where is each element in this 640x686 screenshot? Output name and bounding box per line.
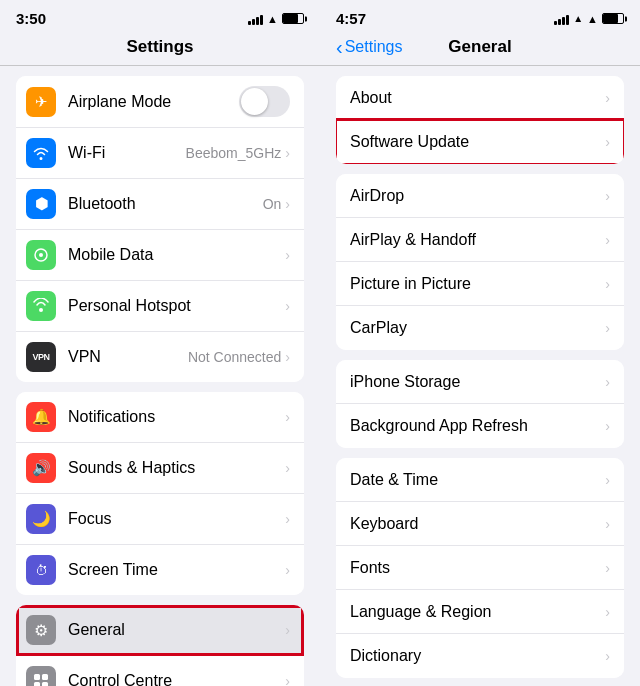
back-button[interactable]: ‹ Settings: [336, 37, 402, 57]
airplane-icon: ✈: [26, 87, 56, 117]
sounds-chevron: ›: [285, 460, 290, 476]
left-time: 3:50: [16, 10, 46, 27]
wifi-status-icon: ▲: [267, 13, 278, 25]
left-phone-panel: 3:50 ▲ Settings ✈ Airplane Mode: [0, 0, 320, 686]
svg-rect-5: [42, 682, 48, 686]
wifi-row[interactable]: Wi-Fi Beebom_5GHz ›: [16, 128, 304, 179]
hotspot-label: Personal Hotspot: [68, 297, 285, 315]
notifications-icon: 🔔: [26, 402, 56, 432]
right-status-bar: 4:57 ▲ ▲: [320, 0, 640, 33]
left-status-icons: ▲: [248, 13, 304, 25]
controlcentre-label: Control Centre: [68, 672, 285, 686]
software-update-chevron: ›: [605, 134, 610, 150]
carplay-chevron: ›: [605, 320, 610, 336]
location-icon: ▲: [573, 13, 583, 24]
language-chevron: ›: [605, 604, 610, 620]
battery-icon: [282, 13, 304, 24]
right-wifi-icon: ▲: [587, 13, 598, 25]
right-battery-icon: [602, 13, 624, 24]
dictionary-label: Dictionary: [350, 647, 605, 665]
general-row[interactable]: ⚙ General ›: [16, 605, 304, 656]
keyboard-chevron: ›: [605, 516, 610, 532]
controlcentre-row[interactable]: Control Centre ›: [16, 656, 304, 686]
fonts-row[interactable]: Fonts ›: [336, 546, 624, 590]
controlcentre-icon: [26, 666, 56, 686]
iphone-storage-row[interactable]: iPhone Storage ›: [336, 360, 624, 404]
airdrop-row[interactable]: AirDrop ›: [336, 174, 624, 218]
info-group: About › Software Update ›: [336, 76, 624, 164]
storage-group: iPhone Storage › Background App Refresh …: [336, 360, 624, 448]
personal-hotspot-row[interactable]: Personal Hotspot ›: [16, 281, 304, 332]
settings-list[interactable]: ✈ Airplane Mode Wi-Fi Beebom_5GHz ›: [0, 66, 320, 686]
general-list[interactable]: About › Software Update › AirDrop › AirP…: [320, 66, 640, 686]
vpn-row[interactable]: VPN VPN Not Connected ›: [16, 332, 304, 382]
airplane-toggle[interactable]: [239, 86, 290, 117]
mobile-data-label: Mobile Data: [68, 246, 285, 264]
carplay-row[interactable]: CarPlay ›: [336, 306, 624, 350]
hotspot-chevron: ›: [285, 298, 290, 314]
bluetooth-row[interactable]: ⬢ Bluetooth On ›: [16, 179, 304, 230]
software-update-label: Software Update: [350, 133, 605, 151]
connectivity-group: ✈ Airplane Mode Wi-Fi Beebom_5GHz ›: [16, 76, 304, 382]
airdrop-label: AirDrop: [350, 187, 605, 205]
airplay-label: AirPlay & Handoff: [350, 231, 605, 249]
screentime-chevron: ›: [285, 562, 290, 578]
background-refresh-row[interactable]: Background App Refresh ›: [336, 404, 624, 448]
back-label[interactable]: Settings: [345, 38, 403, 56]
vpn-chevron: ›: [285, 349, 290, 365]
back-chevron-icon: ‹: [336, 37, 343, 57]
hotspot-icon: [26, 291, 56, 321]
svg-point-1: [39, 253, 43, 257]
picture-chevron: ›: [605, 276, 610, 292]
notifications-label: Notifications: [68, 408, 285, 426]
picture-row[interactable]: Picture in Picture ›: [336, 262, 624, 306]
dictionary-row[interactable]: Dictionary ›: [336, 634, 624, 678]
mobile-data-row[interactable]: Mobile Data ›: [16, 230, 304, 281]
carplay-label: CarPlay: [350, 319, 605, 337]
about-row[interactable]: About ›: [336, 76, 624, 120]
airplay-row[interactable]: AirPlay & Handoff ›: [336, 218, 624, 262]
left-status-bar: 3:50 ▲: [0, 0, 320, 33]
controlcentre-chevron: ›: [285, 673, 290, 686]
svg-rect-2: [34, 674, 40, 680]
general-chevron: ›: [285, 622, 290, 638]
notifications-chevron: ›: [285, 409, 290, 425]
software-update-row[interactable]: Software Update ›: [336, 120, 624, 164]
datetime-row[interactable]: Date & Time ›: [336, 458, 624, 502]
general-label: General: [68, 621, 285, 639]
language-label: Language & Region: [350, 603, 605, 621]
general-icon: ⚙: [26, 615, 56, 645]
screentime-row[interactable]: ⏱ Screen Time ›: [16, 545, 304, 595]
airplane-mode-row[interactable]: ✈ Airplane Mode: [16, 76, 304, 128]
dictionary-chevron: ›: [605, 648, 610, 664]
fonts-label: Fonts: [350, 559, 605, 577]
about-chevron: ›: [605, 90, 610, 106]
wifi-value: Beebom_5GHz: [186, 145, 282, 161]
language-row[interactable]: Language & Region ›: [336, 590, 624, 634]
fonts-chevron: ›: [605, 560, 610, 576]
about-label: About: [350, 89, 605, 107]
signal-icon: [248, 13, 263, 25]
right-signal-icon: [554, 13, 569, 25]
focus-row[interactable]: 🌙 Focus ›: [16, 494, 304, 545]
focus-label: Focus: [68, 510, 285, 528]
bluetooth-chevron: ›: [285, 196, 290, 212]
sounds-label: Sounds & Haptics: [68, 459, 285, 477]
notifications-row[interactable]: 🔔 Notifications ›: [16, 392, 304, 443]
general-group: ⚙ General › Control Centre ›: [16, 605, 304, 686]
keyboard-label: Keyboard: [350, 515, 605, 533]
vpn-value: Not Connected: [188, 349, 281, 365]
focus-icon: 🌙: [26, 504, 56, 534]
keyboard-row[interactable]: Keyboard ›: [336, 502, 624, 546]
picture-label: Picture in Picture: [350, 275, 605, 293]
airplane-label: Airplane Mode: [68, 93, 239, 111]
bluetooth-value: On: [263, 196, 282, 212]
mobile-data-chevron: ›: [285, 247, 290, 263]
sounds-row[interactable]: 🔊 Sounds & Haptics ›: [16, 443, 304, 494]
general-nav-bar: ‹ Settings General: [320, 33, 640, 66]
right-status-icons: ▲ ▲: [554, 13, 624, 25]
bluetooth-icon: ⬢: [26, 189, 56, 219]
left-nav-title: Settings: [126, 37, 193, 56]
background-refresh-label: Background App Refresh: [350, 417, 605, 435]
background-refresh-chevron: ›: [605, 418, 610, 434]
